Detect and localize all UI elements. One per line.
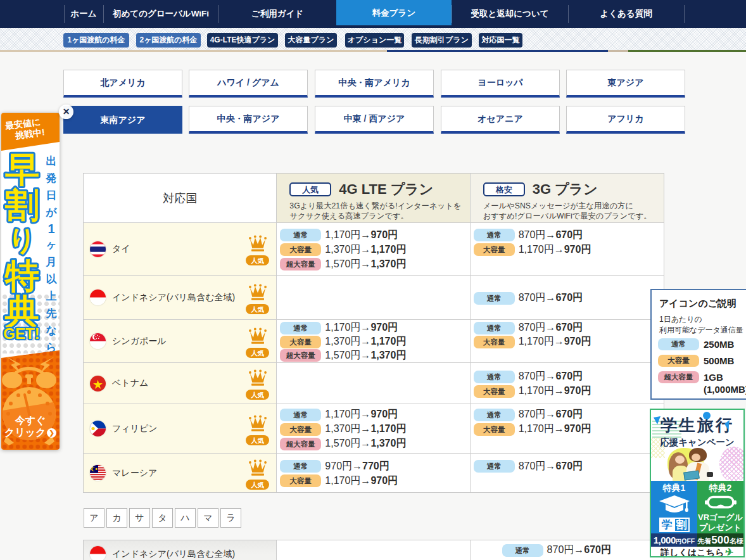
svg-text:1: 1 xyxy=(47,222,54,236)
svg-text:が: が xyxy=(45,207,57,219)
svg-text:ヶ: ヶ xyxy=(46,239,56,251)
svg-text:割: 割 xyxy=(4,186,39,224)
svg-text:り: り xyxy=(8,224,36,255)
svg-text:先: 先 xyxy=(46,307,57,319)
svg-text:早: 早 xyxy=(5,150,39,188)
svg-text:日: 日 xyxy=(46,189,57,201)
svg-text:GET!: GET! xyxy=(3,325,39,342)
svg-text:発: 発 xyxy=(46,172,57,184)
svg-text:上: 上 xyxy=(46,290,57,302)
svg-text:な: な xyxy=(46,324,56,336)
svg-text:以: 以 xyxy=(46,273,58,285)
svg-text:出: 出 xyxy=(46,155,57,167)
svg-text:月: 月 xyxy=(46,256,57,268)
svg-text:特: 特 xyxy=(4,257,39,295)
